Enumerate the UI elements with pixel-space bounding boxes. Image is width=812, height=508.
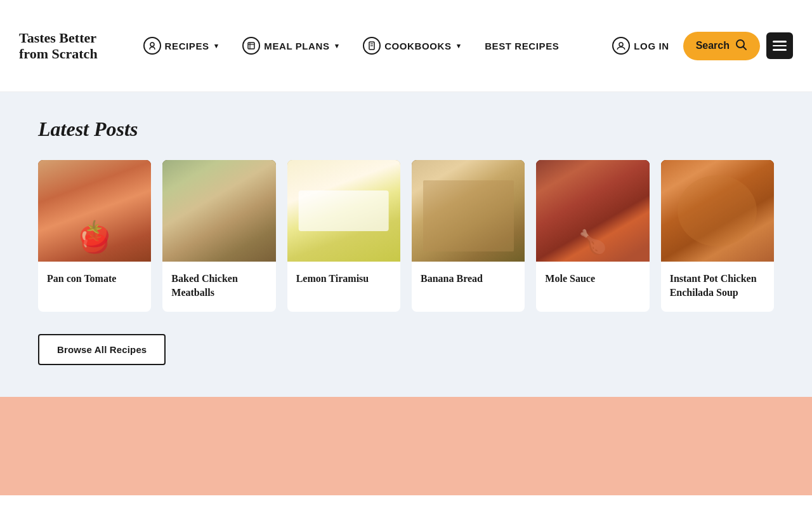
search-label: Search xyxy=(696,40,730,51)
menu-button[interactable] xyxy=(766,32,793,59)
menu-icon xyxy=(773,41,787,43)
post-card-body: Mole Sauce xyxy=(536,262,649,298)
post-image-lemon-tiramisu xyxy=(287,160,400,262)
user-icon xyxy=(612,37,630,55)
post-card-body: Baked Chicken Meatballs xyxy=(162,262,275,312)
best-recipes-label: BEST RECIPES xyxy=(485,41,559,51)
post-image-pan-con-tomate: 🍅 xyxy=(38,160,151,262)
svg-point-7 xyxy=(619,43,623,46)
nav-recipes[interactable]: RECIPES ▾ xyxy=(134,32,228,60)
cookbooks-icon xyxy=(363,37,381,55)
svg-line-9 xyxy=(743,46,747,50)
post-title: Mole Sauce xyxy=(545,272,640,286)
site-header: Tastes Better from Scratch RECIPES ▾ xyxy=(0,0,812,92)
meal-plans-chevron: ▾ xyxy=(335,42,339,50)
post-image-mole-sauce: 🍗 xyxy=(536,160,649,262)
search-icon xyxy=(735,38,747,54)
post-card-instant-pot-chicken-enchilada-soup[interactable]: Instant Pot Chicken Enchilada Soup xyxy=(661,160,774,312)
post-image-banana-bread xyxy=(412,160,525,262)
nav-best-recipes[interactable]: BEST RECIPES xyxy=(476,36,568,57)
post-image-instant-pot-chicken-enchilada-soup xyxy=(661,160,774,262)
post-card-pan-con-tomate[interactable]: 🍅 Pan con Tomate xyxy=(38,160,151,312)
post-card-body: Pan con Tomate xyxy=(38,262,151,298)
bottom-section xyxy=(0,397,812,495)
posts-grid: 🍅 Pan con Tomate Baked Chicken Meatballs… xyxy=(38,160,774,312)
meal-plans-icon xyxy=(242,37,260,55)
search-button[interactable]: Search xyxy=(683,32,760,60)
post-card-body: Instant Pot Chicken Enchilada Soup xyxy=(661,262,774,312)
recipes-icon xyxy=(143,37,161,55)
menu-icon xyxy=(773,49,787,51)
post-title: Baked Chicken Meatballs xyxy=(171,272,266,299)
svg-point-0 xyxy=(150,43,154,46)
svg-rect-1 xyxy=(248,43,254,49)
post-title: Pan con Tomate xyxy=(47,272,142,286)
cookbooks-chevron: ▾ xyxy=(457,42,461,50)
latest-posts-title: Latest Posts xyxy=(38,117,774,141)
post-image-baked-chicken-meatballs xyxy=(162,160,275,262)
post-card-body: Banana Bread xyxy=(412,262,525,298)
main-content: Latest Posts 🍅 Pan con Tomate Baked Chic… xyxy=(0,92,812,397)
meal-plans-label: MEAL PLANS xyxy=(264,41,329,51)
post-card-lemon-tiramisu[interactable]: Lemon Tiramisu xyxy=(287,160,400,312)
post-title: Banana Bread xyxy=(421,272,516,286)
site-logo[interactable]: Tastes Better from Scratch xyxy=(19,30,98,62)
post-title: Lemon Tiramisu xyxy=(296,272,391,286)
menu-icon xyxy=(773,45,787,47)
recipes-chevron: ▾ xyxy=(214,42,219,50)
login-button[interactable]: LOG IN xyxy=(605,32,676,60)
post-card-mole-sauce[interactable]: 🍗 Mole Sauce xyxy=(536,160,649,312)
nav-meal-plans[interactable]: MEAL PLANS ▾ xyxy=(233,32,348,60)
post-card-banana-bread[interactable]: Banana Bread xyxy=(412,160,525,312)
post-card-baked-chicken-meatballs[interactable]: Baked Chicken Meatballs xyxy=(162,160,275,312)
cookbooks-label: COOKBOOKS xyxy=(384,41,451,51)
post-card-body: Lemon Tiramisu xyxy=(287,262,400,298)
main-nav: RECIPES ▾ MEAL PLANS ▾ C xyxy=(98,32,605,60)
nav-cookbooks[interactable]: COOKBOOKS ▾ xyxy=(354,32,469,60)
post-title: Instant Pot Chicken Enchilada Soup xyxy=(670,272,765,299)
recipes-label: RECIPES xyxy=(165,41,209,51)
login-label: LOG IN xyxy=(634,41,669,51)
logo-text: Tastes Better from Scratch xyxy=(19,30,98,62)
header-right: LOG IN Search xyxy=(605,32,793,60)
browse-all-recipes-button[interactable]: Browse All Recipes xyxy=(38,334,166,365)
